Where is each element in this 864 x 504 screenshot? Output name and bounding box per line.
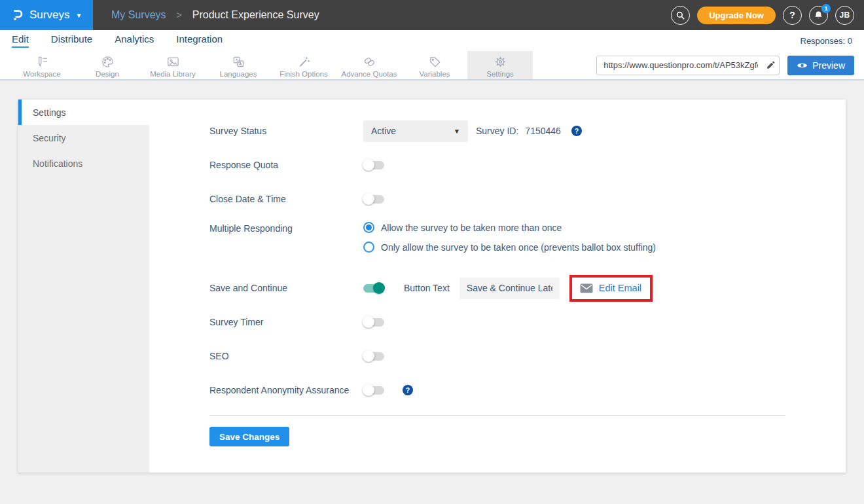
chevron-down-icon: ▼	[75, 12, 82, 19]
pencil-icon	[766, 61, 775, 70]
save-and-continue-row: Save and Continue Button Text Edit Email	[209, 271, 785, 305]
seo-toggle[interactable]	[363, 352, 384, 361]
notifications-button[interactable]: 1	[809, 6, 828, 25]
radio-option-multiple-allowed[interactable]: Allow the survey to be taken more than o…	[363, 222, 656, 233]
survey-status-label: Survey Status	[209, 126, 363, 136]
survey-timer-toggle[interactable]	[363, 318, 384, 327]
eye-icon	[797, 62, 808, 69]
multiple-responding-label: Multiple Responding	[209, 222, 363, 234]
settings-form: Survey Status Active ▼ Survey ID: 715044…	[149, 99, 846, 473]
survey-timer-row: Survey Timer	[209, 305, 785, 339]
product-menu-label: Surveys	[29, 9, 69, 22]
breadcrumb: My Surveys > Product Experience Survey	[111, 9, 319, 21]
respondent-anonymity-label: Respondent Anonymity Assurance	[209, 385, 363, 395]
toolbar-item-finish-options[interactable]: Finish Options	[271, 51, 336, 79]
form-divider	[209, 415, 785, 416]
edit-toolbar: Workspace Design Media Library	[0, 51, 864, 81]
questionpro-logo-icon	[10, 8, 25, 22]
finish-options-icon	[297, 55, 311, 69]
avatar[interactable]: JB	[835, 6, 854, 25]
search-icon	[675, 10, 685, 20]
settings-page: Settings Security Notifications Survey S…	[0, 81, 864, 473]
response-quota-label: Response Quota	[209, 160, 363, 170]
languages-icon	[232, 55, 245, 69]
header-actions: Upgrade Now ? 1 JB	[671, 6, 864, 25]
email-icon	[580, 283, 593, 293]
settings-sidebar: Settings Security Notifications	[18, 99, 149, 473]
toolbar-item-languages[interactable]: Languages	[206, 51, 271, 79]
survey-status-dropdown[interactable]: Active ▼	[363, 120, 468, 142]
media-library-icon	[166, 55, 180, 69]
toolbar-item-media-library[interactable]: Media Library	[140, 51, 206, 79]
responses-count: Responses: 0	[801, 36, 853, 46]
tab-edit[interactable]: Edit	[12, 33, 29, 48]
close-date-label: Close Date & Time	[209, 194, 363, 204]
app-header: Surveys ▼ My Surveys > Product Experienc…	[0, 0, 864, 30]
upgrade-now-button[interactable]: Upgrade Now	[697, 7, 776, 24]
settings-card: Settings Security Notifications Survey S…	[18, 99, 846, 473]
save-and-continue-toggle[interactable]	[363, 284, 384, 293]
design-icon	[101, 55, 115, 69]
close-date-row: Close Date & Time	[209, 182, 785, 216]
variables-icon	[428, 55, 442, 69]
survey-id-group: Survey ID: 7150446 ?	[476, 126, 582, 136]
sidebar-item-notifications[interactable]: Notifications	[18, 151, 149, 176]
tab-integration[interactable]: Integration	[176, 33, 223, 48]
edit-email-link[interactable]: Edit Email	[599, 283, 641, 293]
edit-url-button[interactable]	[762, 61, 779, 70]
breadcrumb-current: Product Experience Survey	[192, 9, 319, 21]
help-button[interactable]: ?	[783, 6, 802, 25]
sidebar-item-settings[interactable]: Settings	[18, 99, 149, 125]
seo-row: SEO	[209, 339, 785, 373]
survey-timer-label: Survey Timer	[209, 317, 363, 327]
toolbar-item-workspace[interactable]: Workspace	[9, 51, 75, 79]
preview-button[interactable]: Preview	[787, 56, 854, 75]
toolbar-item-variables[interactable]: Variables	[402, 51, 467, 79]
radio-icon	[363, 242, 374, 253]
respondent-anonymity-help-icon[interactable]: ?	[403, 385, 413, 395]
seo-label: SEO	[209, 351, 363, 361]
save-and-continue-label: Save and Continue	[209, 283, 363, 293]
respondent-anonymity-toggle[interactable]	[363, 386, 384, 395]
response-quota-row: Response Quota	[209, 148, 785, 182]
settings-icon	[494, 55, 507, 69]
edit-email-highlight-box: Edit Email	[569, 275, 653, 302]
radio-option-once-only[interactable]: Only allow the survey to be taken once (…	[363, 242, 656, 253]
toolbar-item-settings[interactable]: Settings	[467, 51, 533, 79]
question-mark-icon: ?	[789, 10, 795, 20]
product-switcher[interactable]: Surveys ▼	[0, 0, 93, 30]
survey-id-value: 7150446	[525, 126, 561, 136]
survey-id-help-icon[interactable]: ?	[571, 126, 582, 136]
tab-analytics[interactable]: Analytics	[115, 33, 154, 48]
response-quota-toggle[interactable]	[363, 161, 384, 170]
close-date-toggle[interactable]	[363, 195, 384, 204]
advance-quotas-icon	[363, 55, 376, 69]
multiple-responding-options: Allow the survey to be taken more than o…	[363, 222, 656, 253]
workspace-icon	[35, 55, 49, 69]
notification-count-badge: 1	[821, 4, 831, 13]
toolbar-item-design[interactable]: Design	[75, 51, 140, 79]
radio-icon	[363, 222, 374, 233]
survey-status-row: Survey Status Active ▼ Survey ID: 715044…	[209, 114, 785, 148]
button-text-label: Button Text	[404, 283, 450, 293]
sidebar-item-security[interactable]: Security	[18, 125, 149, 151]
toolbar-item-advance-quotas[interactable]: Advance Quotas	[336, 51, 402, 79]
button-text-input[interactable]	[459, 278, 560, 299]
search-button[interactable]	[671, 6, 690, 25]
save-changes-button[interactable]: Save Changes	[209, 427, 289, 446]
breadcrumb-parent[interactable]: My Surveys	[111, 9, 166, 21]
survey-url-field	[596, 56, 780, 75]
multiple-responding-row: Multiple Responding Allow the survey to …	[209, 216, 785, 271]
chevron-down-icon: ▼	[454, 128, 460, 135]
survey-url-input[interactable]	[597, 60, 762, 70]
survey-nav-tabs: Edit Distribute Analytics Integration Re…	[0, 30, 864, 51]
respondent-anonymity-row: Respondent Anonymity Assurance ?	[209, 373, 785, 407]
survey-id-label: Survey ID:	[476, 126, 518, 136]
tab-distribute[interactable]: Distribute	[51, 33, 92, 48]
breadcrumb-separator: >	[177, 10, 182, 20]
